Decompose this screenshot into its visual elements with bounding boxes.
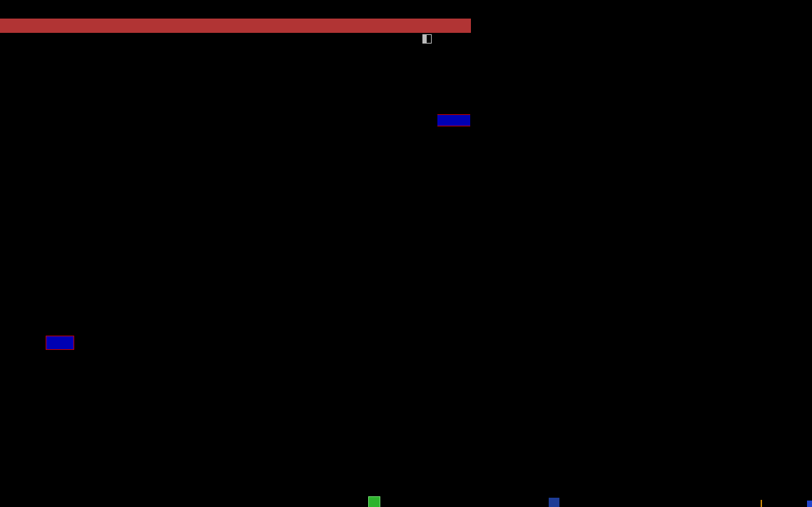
panel-toggle-icon[interactable]: [422, 34, 432, 44]
event-badge-cai[interactable]: [549, 498, 559, 507]
shihuang-watermark-logo: [706, 463, 812, 507]
intraday-chart[interactable]: [0, 19, 471, 351]
stamp-char-2: [761, 500, 762, 507]
event-badge-jian[interactable]: [368, 496, 380, 507]
clipped-blue-chip: [807, 501, 812, 507]
tdx-terminal: [0, 0, 812, 507]
close-button[interactable]: [455, 19, 468, 33]
cursor-price-box: [437, 114, 470, 126]
intraday-popup-window: [0, 19, 471, 351]
cursor-time-box: [46, 336, 74, 350]
popup-title-bar[interactable]: [0, 19, 471, 33]
minimize-button[interactable]: [441, 19, 454, 33]
